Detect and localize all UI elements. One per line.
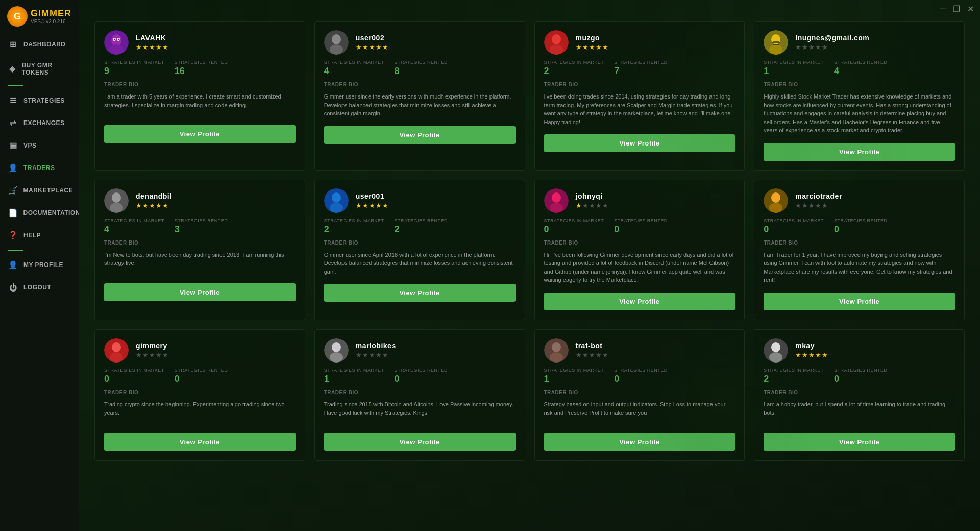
stat-value: 16 <box>175 66 228 77</box>
stat-strategies-rented: STRATEGIES RENTED 16 <box>175 60 228 77</box>
star-rating: ★★★★★ <box>576 202 736 209</box>
star-filled: ★ <box>162 43 169 51</box>
sidebar-item-vps[interactable]: ▦ VPS <box>0 134 79 157</box>
svg-point-6 <box>118 39 120 40</box>
star-empty: ★ <box>136 351 142 359</box>
documentation-icon: 📄 <box>8 208 18 218</box>
star-filled: ★ <box>576 202 582 209</box>
view-profile-button[interactable]: View Profile <box>104 125 296 143</box>
svg-point-41 <box>771 342 780 352</box>
trader-card-denandbil: denandbil ★★★★★ STRATEGIES IN MARKET 4 S… <box>94 180 305 320</box>
view-profile-button[interactable]: View Profile <box>324 433 516 451</box>
sidebar-item-help[interactable]: ❓ HELP <box>0 224 79 247</box>
sidebar-item-strategies[interactable]: ☰ STRATEGIES <box>0 89 79 112</box>
star-rating: ★★★★★ <box>795 351 955 359</box>
bio-label: TRADER BIO <box>104 82 296 87</box>
trader-avatar <box>324 30 349 55</box>
card-header: lnugnes@gmail.com ★★★★★ <box>764 30 955 55</box>
stat-label: STRATEGIES RENTED <box>614 60 667 65</box>
sidebar-item-exchanges[interactable]: ⇌ EXCHANGES <box>0 112 79 134</box>
star-empty: ★ <box>802 43 808 51</box>
star-empty: ★ <box>589 351 596 359</box>
view-profile-button[interactable]: View Profile <box>544 433 736 451</box>
view-profile-button[interactable]: View Profile <box>104 433 296 451</box>
view-profile-button[interactable]: View Profile <box>324 126 516 144</box>
bio-label: TRADER BIO <box>104 240 296 246</box>
sidebar-item-my-profile[interactable]: 👤 MY PROFILE <box>0 254 79 276</box>
trader-card-mkay: mkay ★★★★★ STRATEGIES IN MARKET 2 STRATE… <box>754 329 965 461</box>
card-header: johnyqi ★★★★★ <box>544 188 736 213</box>
stat-strategies-in-market: STRATEGIES IN MARKET 2 <box>324 218 384 235</box>
sidebar-item-label: TRADERS <box>23 164 55 172</box>
svg-point-9 <box>330 44 343 55</box>
logo-name: GIMMER <box>31 8 71 19</box>
star-empty: ★ <box>596 202 602 209</box>
stat-label: STRATEGIES RENTED <box>834 218 887 223</box>
stat-strategies-rented: STRATEGIES RENTED 3 <box>175 218 228 235</box>
stat-label: STRATEGIES IN MARKET <box>764 218 824 223</box>
star-filled: ★ <box>815 351 822 359</box>
logo-version: VPS® v2.0.216 <box>31 19 71 25</box>
star-empty: ★ <box>815 43 822 51</box>
view-profile-button[interactable]: View Profile <box>544 293 736 310</box>
window-controls: ─ ❐ ✕ <box>940 4 974 14</box>
view-profile-button[interactable]: View Profile <box>764 433 955 451</box>
buy-tokens-icon: ◈ <box>8 64 16 74</box>
trader-avatar <box>544 338 569 363</box>
stat-value: 1 <box>764 66 824 77</box>
svg-point-38 <box>552 342 561 352</box>
sidebar-item-logout[interactable]: ⏻ LOGOUT <box>0 276 79 299</box>
sidebar-item-marketplace[interactable]: 🛒 MARKETPLACE <box>0 179 79 202</box>
view-profile-button[interactable]: View Profile <box>324 284 516 302</box>
stat-label: STRATEGIES IN MARKET <box>324 368 384 373</box>
star-filled: ★ <box>382 43 389 51</box>
sidebar-item-buy-gmr-tokens[interactable]: ◈ BUY GMR TOKENS <box>0 56 79 82</box>
star-empty: ★ <box>156 351 162 359</box>
stat-label: STRATEGIES IN MARKET <box>764 60 824 65</box>
star-empty: ★ <box>376 351 382 359</box>
stat-value: 3 <box>175 224 228 235</box>
stat-value: 0 <box>834 224 887 235</box>
star-empty: ★ <box>356 351 362 359</box>
stat-strategies-rented: STRATEGIES RENTED 7 <box>614 60 667 77</box>
card-header: muzgo ★★★★★ <box>544 30 736 55</box>
svg-point-32 <box>112 342 121 352</box>
stat-strategies-in-market: STRATEGIES IN MARKET 0 <box>104 368 164 384</box>
stat-label: STRATEGIES IN MARKET <box>544 218 604 223</box>
stat-strategies-in-market: STRATEGIES IN MARKET 9 <box>104 60 164 77</box>
view-profile-button[interactable]: View Profile <box>544 134 736 152</box>
svg-point-12 <box>550 44 563 55</box>
star-filled: ★ <box>156 43 162 51</box>
view-profile-button[interactable]: View Profile <box>104 283 296 301</box>
star-filled: ★ <box>808 351 815 359</box>
star-filled: ★ <box>362 202 369 209</box>
view-profile-button[interactable]: View Profile <box>764 143 955 161</box>
stats-row: STRATEGIES IN MARKET 0 STRATEGIES RENTED… <box>544 218 736 235</box>
star-filled: ★ <box>576 43 582 51</box>
maximize-button[interactable]: ❐ <box>953 4 960 14</box>
close-button[interactable]: ✕ <box>967 4 974 14</box>
svg-point-27 <box>550 203 563 213</box>
svg-point-20 <box>112 192 121 203</box>
sidebar-item-dashboard[interactable]: ⊞ DASHBOARD <box>0 33 79 56</box>
star-empty: ★ <box>822 202 828 209</box>
trader-name: user001 <box>356 192 516 200</box>
trader-name: muzgo <box>576 34 736 42</box>
stats-row: STRATEGIES IN MARKET 1 STRATEGIES RENTED… <box>324 368 516 384</box>
stat-label: STRATEGIES RENTED <box>395 218 448 223</box>
star-rating: ★★★★★ <box>356 202 516 209</box>
trader-name: lnugnes@gmail.com <box>795 34 955 42</box>
card-header: trat-bot ★★★★★ <box>544 338 736 363</box>
minimize-button[interactable]: ─ <box>940 4 946 14</box>
stats-row: STRATEGIES IN MARKET 1 STRATEGIES RENTED… <box>544 368 736 384</box>
trader-card-muzgo: muzgo ★★★★★ STRATEGIES IN MARKET 2 STRAT… <box>534 21 745 171</box>
svg-point-33 <box>110 352 123 363</box>
view-profile-button[interactable]: View Profile <box>764 293 955 310</box>
bio-text: I am Trader for 1 year. I have improved … <box>764 251 955 284</box>
svg-point-29 <box>771 192 780 203</box>
svg-point-24 <box>330 203 343 213</box>
sidebar-item-documentation[interactable]: 📄 DOCUMENTATION <box>0 202 79 224</box>
star-filled: ★ <box>822 351 828 359</box>
sidebar-item-traders[interactable]: 👤 TRADERS <box>0 157 79 179</box>
stat-label: STRATEGIES RENTED <box>395 60 448 65</box>
